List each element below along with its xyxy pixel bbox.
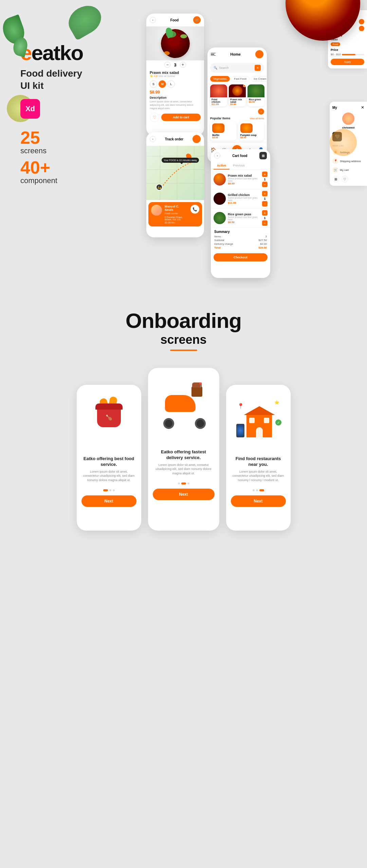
ob-next-0-button[interactable]: Next bbox=[81, 495, 136, 507]
food-card-2[interactable]: Rice green $8.50 bbox=[247, 84, 264, 106]
summary-items-row: Items : 3 bbox=[214, 235, 267, 238]
cart-back-icon[interactable]: ‹ bbox=[214, 153, 220, 159]
chip-fastfood[interactable]: Fast Food bbox=[231, 76, 250, 82]
popular-img-0 bbox=[212, 123, 224, 133]
apply-filter-btn[interactable]: Apply bbox=[331, 59, 364, 65]
food-card-1[interactable]: Prawn mix salad $8.99 bbox=[229, 84, 246, 106]
driver-avatar bbox=[151, 205, 162, 216]
cart-item-info-2: Rice green peas Some product sub text go… bbox=[228, 213, 260, 224]
hamburger-icon[interactable] bbox=[211, 53, 216, 56]
search-bar[interactable]: 🔍 Search ≡ bbox=[210, 63, 264, 73]
cart-minus-0[interactable]: − bbox=[262, 182, 268, 187]
ob-title-0: Eatko offering best food service. bbox=[82, 456, 136, 468]
location-clifton-btn[interactable] bbox=[359, 26, 364, 31]
food-title: Food bbox=[170, 18, 179, 22]
desc-label: Description bbox=[150, 96, 201, 99]
cart-qty-1[interactable]: + 1 − bbox=[262, 191, 268, 206]
cart-plus-2[interactable]: + bbox=[262, 210, 268, 216]
search-placeholder: Search bbox=[219, 66, 229, 70]
callout-bubble: Your FOOD is 10 minutes away bbox=[162, 158, 199, 163]
ob-illus-1: 📍 bbox=[148, 368, 219, 446]
tab-active[interactable]: Active bbox=[214, 162, 230, 170]
food-card-img-1 bbox=[229, 84, 246, 97]
cart-item-img-2 bbox=[214, 212, 226, 224]
panel-heart-icon[interactable]: ♡ bbox=[341, 176, 348, 182]
size-m-button[interactable]: M bbox=[159, 80, 166, 88]
cart-menu-icon[interactable]: ⊞ bbox=[259, 152, 267, 159]
phone-cart: ‹ Cart food ⊞ Active Previous Prawn mix … bbox=[211, 149, 270, 278]
filter-food-btn[interactable]: Food bbox=[331, 42, 340, 46]
cart-minus-2[interactable]: − bbox=[262, 220, 268, 226]
cart-icon[interactable]: 🛒 bbox=[193, 16, 201, 24]
size-s-button[interactable]: S bbox=[150, 80, 157, 88]
ob-dots-0 bbox=[103, 489, 115, 491]
category-chips: Vegetables Fast Food Ice Cream bbox=[207, 75, 267, 83]
filter-icon[interactable]: ≡ bbox=[255, 65, 261, 71]
summary-total-row: Total $29.50 bbox=[214, 246, 267, 249]
food-card-0[interactable]: Fried chicken $11.99 bbox=[210, 84, 227, 106]
home-title: Home bbox=[230, 52, 241, 56]
dot-1-0 bbox=[178, 482, 180, 485]
summary-subtotal-row: Subtotal $27.50 bbox=[214, 239, 267, 242]
hero-section: eeatko Food delivery UI kit Xd 25 screen… bbox=[0, 0, 367, 288]
driver-name: Manuel C. Smith bbox=[165, 205, 188, 212]
cart-plus-0[interactable]: + bbox=[262, 172, 268, 177]
cart-qty-2[interactable]: + 1 − bbox=[262, 210, 268, 226]
phone-track: ‹ Track order bbox=[146, 132, 204, 237]
shipping-item[interactable]: 📍 Shipping address bbox=[332, 158, 364, 164]
summary-delivery-row: Delivery charge $2.00 bbox=[214, 242, 267, 245]
driver-time: 30-35 Min bbox=[165, 221, 188, 224]
popular-section: Popular Items View all items Muffin $4.8… bbox=[207, 115, 267, 142]
ob-next-1-button[interactable]: Next bbox=[153, 489, 215, 500]
ob-phone-1: 📍 Eatko offering fastest delivery servic… bbox=[148, 368, 219, 531]
onboarding-subtitle: screens bbox=[0, 333, 367, 347]
driver-role: Food courier bbox=[165, 212, 188, 215]
next-arrow[interactable]: › bbox=[207, 108, 267, 115]
checkout-button[interactable]: Checkout bbox=[214, 253, 268, 261]
deco-leaves-onboarding bbox=[3, 17, 37, 58]
phone-home: Home 🔍 Search ≡ Vegetables Fast Food Ice… bbox=[207, 47, 267, 163]
quantity-control[interactable]: − 3 + bbox=[146, 60, 204, 69]
mycart-item[interactable]: 🛒 My cart bbox=[332, 167, 364, 173]
tab-previous[interactable]: Previous bbox=[230, 162, 248, 170]
search-icon: 🔍 bbox=[214, 66, 217, 70]
food-card-img-0 bbox=[210, 84, 227, 97]
ob-next-2-button[interactable]: Next bbox=[231, 495, 286, 507]
description-section: Description Lorem ipsum dolor sit amet, … bbox=[146, 95, 204, 111]
cart-item-info-1: Grilled chicken Some product sub text go… bbox=[228, 193, 260, 204]
onboarding-section: Onboarding screens 🍗 Eatko of bbox=[0, 288, 367, 558]
close-icon[interactable]: ✕ bbox=[361, 105, 364, 110]
back-arrow-icon[interactable]: ‹ bbox=[150, 17, 156, 23]
chip-icecream[interactable]: Ice Cream bbox=[251, 76, 267, 82]
size-l-button[interactable]: L bbox=[167, 80, 175, 88]
popular-item-0[interactable]: Muffin $4.88 bbox=[210, 121, 236, 141]
driver-marker-icon: 🛵 bbox=[156, 184, 163, 191]
size-selector[interactable]: S M L bbox=[146, 79, 204, 89]
food-price: $8.99 bbox=[146, 89, 204, 95]
popular-item-1[interactable]: Pumpkin soup $6.99 bbox=[238, 121, 264, 141]
call-icon[interactable]: 📞 bbox=[190, 205, 199, 214]
dot-2-0 bbox=[253, 489, 255, 491]
ob-illus-2: 📍 ⭐ ✓ bbox=[226, 385, 291, 453]
chip-vegetables[interactable]: Vegetables bbox=[210, 76, 230, 82]
heart-button[interactable]: ♡ bbox=[150, 113, 159, 122]
home-header: Home bbox=[207, 47, 267, 61]
qty-plus-button[interactable]: + bbox=[180, 62, 186, 68]
route-svg bbox=[146, 146, 204, 200]
location-popular-btn[interactable] bbox=[359, 19, 364, 24]
dot-0-active bbox=[103, 489, 108, 491]
panel-grid-icon[interactable]: ⊞ bbox=[332, 176, 339, 182]
track-avatar[interactable] bbox=[192, 135, 201, 143]
panel-bottom-icons: ⊞ ♡ bbox=[332, 176, 364, 182]
scooter-delivery-illus: 📍 bbox=[160, 385, 207, 429]
add-to-cart-button[interactable]: Add to cart bbox=[161, 114, 201, 121]
cart-minus-1[interactable]: − bbox=[262, 201, 268, 206]
cart-plus-1[interactable]: + bbox=[262, 191, 268, 196]
qty-minus-button[interactable]: − bbox=[164, 62, 170, 68]
food-card-price-1: $8.99 bbox=[230, 103, 244, 105]
user-avatar[interactable] bbox=[255, 50, 263, 58]
cart-qty-0[interactable]: + 1 − bbox=[262, 172, 268, 187]
dot-1-active bbox=[181, 482, 186, 485]
track-back-icon[interactable]: ‹ bbox=[150, 136, 156, 142]
food-name: Prawn mix salad bbox=[150, 71, 201, 75]
